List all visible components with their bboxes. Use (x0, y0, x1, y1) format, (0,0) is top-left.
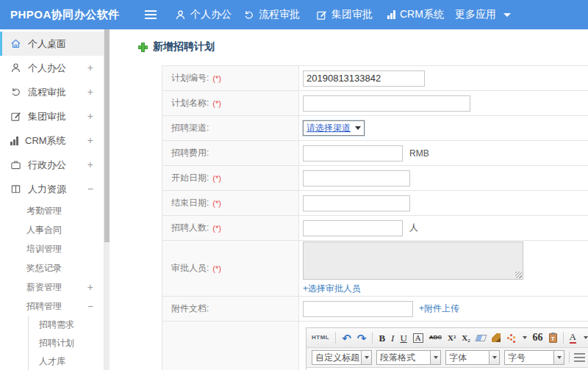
superscript-button[interactable]: X² (448, 334, 456, 342)
dropdown-button[interactable] (430, 351, 440, 364)
book-icon (10, 184, 21, 195)
nav-workflow-approval[interactable]: 流程审批 (243, 0, 300, 29)
bold-button[interactable]: B (379, 333, 385, 343)
sidebar-subitem-training[interactable]: 培训管理 (0, 239, 104, 258)
sidebar-item-group-approval[interactable]: 集团审批 + (0, 104, 104, 128)
user-icon (175, 10, 186, 21)
strikethrough-button[interactable]: ABC (429, 335, 442, 341)
caret-down-icon (557, 356, 562, 359)
dropdown-button[interactable] (553, 351, 564, 364)
auto-format-caret-icon[interactable] (523, 336, 527, 339)
sidebar-subitem-salary[interactable]: 薪资管理+ (0, 278, 104, 297)
subitem-label: 薪资管理 (26, 282, 62, 292)
expand-toggle[interactable]: + (87, 128, 93, 153)
field-label: 结束日期:(*) (162, 191, 299, 215)
workflow-icon (10, 87, 21, 98)
redo-icon[interactable]: ↷ (357, 333, 367, 344)
choose-approvers-link[interactable]: +选择审批人员 (303, 283, 361, 295)
subscript-button[interactable]: X₂ (462, 334, 470, 342)
italic-button[interactable]: I (391, 333, 394, 343)
paste-text-icon[interactable] (549, 333, 557, 343)
field-label: 计划编号:(*) (162, 66, 299, 90)
fee-input[interactable] (303, 145, 403, 162)
sidebar-subsubitem-recruit-demand[interactable]: 招聘需求 (29, 316, 104, 334)
start-date-input[interactable] (303, 170, 410, 186)
caret-down-icon (492, 356, 497, 359)
sidebar-item-admin-office[interactable]: 行政办公 + (0, 153, 104, 177)
sidebar-subitem-attendance[interactable]: 考勤管理 (0, 201, 104, 220)
dropdown-button[interactable] (489, 351, 499, 364)
heading-select[interactable]: 自定义标题 (312, 350, 372, 365)
subitem-label: 奖惩记录 (26, 263, 62, 273)
attachment-input[interactable] (303, 301, 413, 317)
sidebar-subitem-recruit-mgmt[interactable]: 招聘管理− (0, 297, 104, 316)
eraser-icon[interactable] (475, 335, 487, 341)
attachment-upload-link[interactable]: +附件上传 (419, 302, 459, 315)
nav-label: 集团审批 (331, 8, 373, 21)
font-family-select[interactable]: 字体 (445, 350, 500, 365)
auto-format-icon[interactable] (506, 333, 515, 342)
headcount-input[interactable] (303, 220, 403, 236)
fee-unit-label: RMB (409, 148, 429, 159)
expand-toggle[interactable]: + (87, 80, 93, 104)
expand-toggle[interactable]: − (87, 297, 93, 316)
bar-chart-icon (10, 137, 18, 145)
toolbar-separator (563, 332, 564, 344)
app-window: PHPOA协同办公软件 个人办公 流程审批 集团审批 CRM系统 更多应用 个人… (0, 0, 588, 370)
form-row-end-date: 结束日期:(*) (162, 191, 588, 216)
form-row-headcount: 招聘人数:(*) 人 (162, 216, 588, 241)
nav-group-approval[interactable]: 集团审批 (316, 0, 373, 29)
toolbar-separator (335, 332, 336, 344)
nav-label: 流程审批 (259, 8, 300, 21)
paragraph-select[interactable]: 段落格式 (376, 350, 441, 365)
form-row-start-date: 开始日期:(*) (162, 166, 588, 191)
sidebar-item-label: 人力资源 (28, 183, 66, 196)
sidebar-subitem-hr-contract[interactable]: 人事合同 (0, 220, 104, 239)
underline-button[interactable]: U (400, 333, 406, 343)
sidebar-subsubitem-recruit-plan[interactable]: 招聘计划 (29, 334, 104, 352)
channel-select-value: 请选择渠道 (306, 122, 351, 134)
sidebar-item-workflow-approval[interactable]: 流程审批 + (0, 80, 104, 104)
approvers-textarea[interactable] (303, 242, 523, 280)
sidebar-item-label: 集团审批 (28, 110, 66, 123)
font-size-select[interactable]: 字号 (504, 350, 564, 365)
autotypeset-button[interactable]: A (413, 333, 423, 343)
recruit-plan-form: 计划编号:(*) 计划名称:(*) 招聘渠道: 请选择渠道 招聘费用: RMB (162, 65, 588, 370)
field-label: 计划名称:(*) (162, 91, 299, 115)
expand-toggle[interactable]: + (87, 153, 93, 177)
sidebar-subitem-rewards[interactable]: 奖惩记录 (0, 258, 104, 278)
expand-toggle[interactable]: − (87, 177, 93, 201)
sidebar-scrollbar[interactable] (104, 29, 110, 370)
expand-toggle[interactable]: + (87, 56, 93, 80)
end-date-input[interactable] (303, 195, 410, 211)
select-arrow-icon (355, 126, 361, 130)
sidebar-item-personal-office[interactable]: 个人办公 + (0, 56, 104, 80)
font-family-select-value: 字体 (446, 351, 489, 364)
required-mark: (*) (212, 224, 221, 233)
sidebar-item-desktop[interactable]: 个人桌面 (0, 32, 104, 56)
blockquote-button[interactable]: 66 (533, 333, 543, 343)
nav-crm-system[interactable]: CRM系统 (387, 0, 444, 29)
nav-more-apps[interactable]: 更多应用 (455, 0, 511, 29)
sidebar-subsubitem-talent-pool[interactable]: 人才库 (29, 352, 104, 370)
nav-label: 更多应用 (455, 8, 496, 21)
expand-toggle[interactable]: + (87, 104, 93, 128)
dropdown-button[interactable] (361, 351, 371, 364)
align-left-icon[interactable] (574, 353, 585, 362)
plan-name-input[interactable] (303, 95, 470, 112)
nav-personal-office[interactable]: 个人办公 (175, 0, 232, 29)
font-color-caret-icon[interactable] (584, 336, 588, 339)
channel-select[interactable]: 请选择渠道 (303, 120, 365, 136)
plan-number-input[interactable] (303, 70, 425, 87)
html-source-button[interactable]: HTML (312, 335, 329, 341)
page-title-text: 新增招聘计划 (153, 40, 215, 54)
format-brush-icon[interactable] (492, 333, 501, 342)
undo-icon[interactable]: ↶ (342, 333, 351, 344)
scrollbar-thumb[interactable] (104, 29, 110, 242)
sidebar-item-crm[interactable]: CRM系统 + (0, 128, 104, 153)
hamburger-menu-icon[interactable] (145, 10, 157, 19)
font-color-button[interactable]: A (570, 332, 576, 344)
expand-toggle[interactable]: + (87, 278, 93, 297)
sidebar-item-hr[interactable]: 人力资源 − (0, 177, 104, 201)
font-size-select-value: 字号 (505, 351, 553, 364)
